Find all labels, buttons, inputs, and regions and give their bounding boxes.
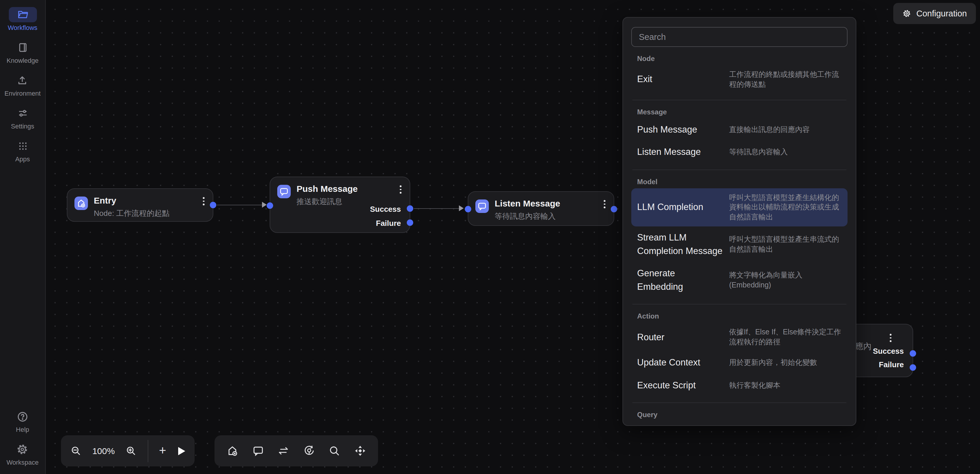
run-workflow-button[interactable] — [177, 447, 185, 455]
palette-item-generate-embedding[interactable]: Generate Embedding 將文字轉化為向量嵌入 (Embedding… — [631, 263, 848, 298]
gear-icon — [902, 9, 912, 18]
sidebar-item-knowledge[interactable]: Knowledge — [7, 40, 39, 64]
palette-item-push-message[interactable]: Push Message 直接輸出訊息的回應內容 — [631, 118, 848, 141]
node-description-fragment: 應內 — [855, 342, 872, 352]
node-menu-button[interactable] — [202, 195, 206, 207]
section-header: Query — [637, 411, 842, 419]
book-icon — [8, 40, 37, 55]
push-failure-port[interactable] — [407, 219, 413, 226]
output-label-success: Success — [873, 347, 904, 356]
sidebar-item-label: Help — [16, 426, 29, 433]
home-plus-icon — [226, 445, 239, 457]
palette-item-llm-completion[interactable]: LLM Completion 呼叫大型語言模型並產生結構化的資料輸出以輔助流程的… — [631, 188, 848, 227]
zoom-in-button[interactable] — [126, 445, 137, 456]
palette-item-listen-message[interactable]: Listen Message 等待訊息內容輸入 — [631, 141, 848, 164]
node-subtitle: Node: 工作流程的起點 — [94, 209, 202, 219]
canvas-zoom-toolbar: 100% + — [61, 435, 195, 466]
node-palette-panel: Node Exit 工作流程的終點或接續其他工作流程的傳送點 Message P… — [622, 17, 856, 426]
section-header: Model — [637, 178, 842, 186]
hidden-failure-port[interactable] — [910, 364, 916, 371]
divider — [632, 169, 846, 170]
zoom-out-button[interactable] — [70, 445, 81, 456]
transfer-node-button[interactable] — [277, 445, 290, 457]
entry-output-port[interactable] — [210, 202, 216, 208]
sidebar: Workflows Knowledge Environment — [0, 0, 46, 474]
play-icon — [178, 447, 185, 455]
upload-icon — [8, 73, 37, 88]
section-header: Message — [637, 108, 842, 116]
move-diamond-icon — [354, 445, 366, 457]
query-node-button[interactable] — [329, 445, 341, 457]
hidden-success-port[interactable] — [910, 350, 916, 357]
help-circle-icon — [8, 409, 37, 424]
chat-bubble-icon — [475, 199, 489, 213]
palette-item-stream-llm-completion[interactable]: Stream LLM Completion Message 呼叫大型語言模型並產… — [631, 227, 848, 263]
message-node-button[interactable] — [252, 445, 264, 457]
palette-item-sql[interactable]: SQL 查詢資料庫 — [631, 421, 848, 426]
palette-item-router[interactable]: Router 依據If、Else If、Else條件決定工作流程執行的路徑 — [631, 323, 848, 352]
bulb-refresh-icon — [303, 445, 315, 457]
node-title: Push Message — [297, 183, 399, 195]
configuration-button[interactable]: Configuration — [893, 3, 976, 24]
divider — [632, 403, 846, 403]
edge-arrow-icon — [262, 202, 267, 207]
palette-item-exit[interactable]: Exit 工作流程的終點或接續其他工作流程的傳送點 — [631, 65, 848, 94]
chat-bubble-icon — [252, 445, 264, 457]
section-header: Action — [637, 312, 842, 321]
node-listen-message[interactable]: Listen Message 等待訊息內容輸入 — [468, 191, 614, 226]
push-success-port[interactable] — [407, 205, 413, 212]
output-label-failure: Failure — [879, 360, 904, 369]
node-shortcut-toolbar — [215, 435, 378, 466]
folder-icon — [8, 7, 37, 22]
node-menu-button[interactable] — [889, 332, 892, 344]
sidebar-item-label: Knowledge — [7, 57, 39, 64]
magnifier-icon — [329, 445, 341, 457]
palette-item-update-context[interactable]: Update Context 用於更新內容，初始化變數 — [631, 352, 848, 374]
node-title: Entry — [94, 195, 202, 207]
divider — [632, 304, 846, 305]
sidebar-item-label: Workspace — [6, 459, 39, 466]
push-input-port[interactable] — [267, 203, 273, 209]
output-label-success: Success — [370, 205, 401, 214]
sidebar-item-label: Settings — [11, 123, 34, 130]
node-entry[interactable]: Entry Node: 工作流程的起點 — [67, 188, 213, 222]
node-menu-button[interactable] — [399, 183, 402, 196]
listen-output-port[interactable] — [611, 206, 617, 212]
add-node-button[interactable]: + — [159, 444, 167, 456]
sidebar-footer: Help Workspace — [6, 409, 39, 466]
gear-icon — [8, 442, 37, 457]
section-header: Node — [637, 54, 842, 63]
edge-entry-to-push[interactable] — [217, 204, 262, 205]
entry-node-button[interactable] — [226, 445, 239, 457]
palette-item-execute-script[interactable]: Execute Script 執行客製化腳本 — [631, 374, 848, 397]
sliders-icon — [8, 105, 37, 121]
home-plus-icon — [75, 196, 88, 210]
divider — [148, 440, 148, 462]
node-push-message[interactable]: Push Message 推送歡迎訊息 Success Failure — [270, 177, 410, 233]
sidebar-item-apps[interactable]: Apps — [8, 139, 37, 163]
swap-arrows-icon — [277, 445, 290, 457]
divider — [632, 100, 846, 100]
sidebar-item-settings[interactable]: Settings — [8, 105, 37, 130]
sidebar-item-label: Workflows — [8, 24, 37, 31]
sidebar-item-help[interactable]: Help — [8, 409, 37, 433]
grid-icon — [8, 139, 37, 154]
sidebar-item-workflows[interactable]: Workflows — [8, 7, 37, 31]
sidebar-item-label: Apps — [15, 155, 30, 163]
node-subtitle: 等待訊息內容輸入 — [495, 211, 603, 222]
sidebar-item-workspace[interactable]: Workspace — [6, 442, 39, 466]
node-menu-button[interactable] — [603, 198, 607, 211]
model-node-button[interactable] — [303, 445, 315, 457]
node-title: Listen Message — [495, 198, 603, 210]
output-label-failure: Failure — [376, 219, 401, 228]
zoom-level: 100% — [92, 446, 115, 456]
edge-push-to-listen[interactable] — [414, 208, 459, 209]
sidebar-item-environment[interactable]: Environment — [5, 73, 41, 97]
search-input[interactable] — [631, 27, 848, 47]
listen-input-port[interactable] — [465, 206, 471, 212]
chat-bubble-icon — [277, 185, 291, 198]
workflow-editor: Entry Node: 工作流程的起點 Push Message 推送歡迎訊息 … — [0, 0, 980, 474]
configuration-label: Configuration — [916, 9, 967, 18]
edge-arrow-icon — [459, 205, 464, 211]
move-tool-button[interactable] — [354, 445, 366, 457]
